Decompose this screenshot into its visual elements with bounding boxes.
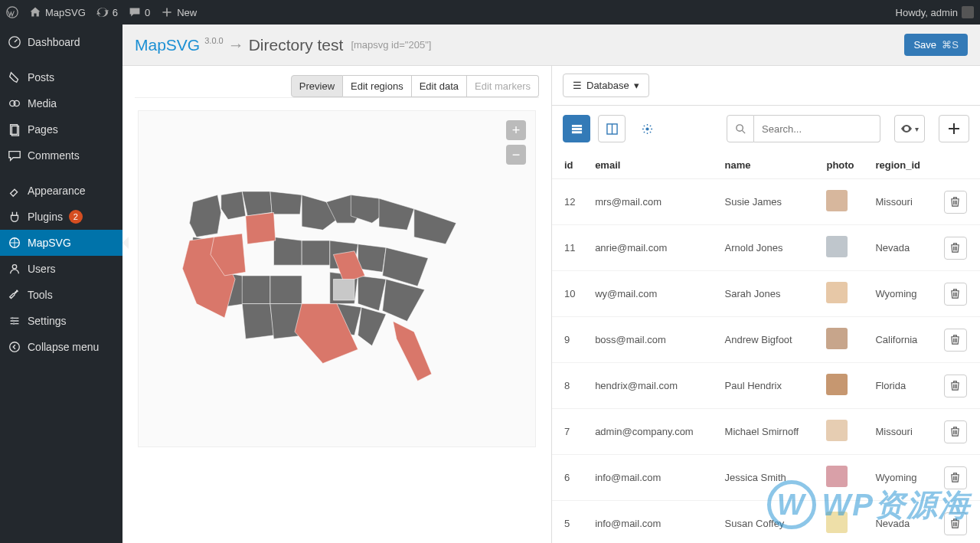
cell-name: Susie James bbox=[717, 179, 819, 225]
comments-link[interactable]: 0 bbox=[129, 6, 150, 18]
breadcrumb-arrow: → bbox=[228, 36, 244, 54]
table-row[interactable]: 12 mrs@mail.com Susie James Missouri bbox=[552, 179, 980, 225]
save-button[interactable]: Save ⌘S bbox=[904, 34, 968, 56]
tab-edit-markers: Edit markers bbox=[467, 75, 539, 97]
sidebar-item-comments[interactable]: Comments bbox=[0, 142, 122, 168]
version-text: 3.0.0 bbox=[204, 36, 223, 45]
data-table: id email name photo region_id 12 mrs@mai… bbox=[552, 152, 980, 543]
region-wyoming bbox=[246, 212, 276, 244]
list-view-button[interactable] bbox=[563, 115, 590, 142]
col-email[interactable]: email bbox=[587, 152, 717, 179]
plugin-update-badge: 2 bbox=[69, 210, 83, 224]
col-id[interactable]: id bbox=[552, 152, 587, 179]
sidebar-item-settings[interactable]: Settings bbox=[0, 308, 122, 334]
delete-row-button[interactable] bbox=[944, 191, 967, 214]
table-row[interactable]: 6 info@mail.com Jessica Smith Wyoming bbox=[552, 455, 980, 501]
svg-line-16 bbox=[742, 130, 745, 133]
zoom-out-button[interactable]: − bbox=[506, 145, 526, 165]
sidebar-item-label: Pages bbox=[28, 123, 58, 136]
new-label: New bbox=[177, 7, 197, 18]
cell-email: admin@company.com bbox=[587, 409, 717, 455]
updates-link[interactable]: 6 bbox=[96, 6, 118, 18]
site-link[interactable]: MapSVG bbox=[29, 6, 86, 18]
cell-region: Wyoming bbox=[867, 455, 936, 501]
caret-down-icon: ▾ bbox=[915, 125, 919, 133]
sidebar-item-label: Posts bbox=[28, 71, 54, 83]
sidebar-item-dashboard[interactable]: Dashboard bbox=[0, 29, 122, 55]
sidebar-item-label: Appearance bbox=[28, 185, 86, 197]
delete-row-button[interactable] bbox=[944, 329, 967, 352]
table-row[interactable]: 9 boss@mail.com Andrew Bigfoot Californi… bbox=[552, 317, 980, 363]
cell-region: Florida bbox=[867, 363, 936, 409]
delete-row-button[interactable] bbox=[944, 512, 967, 535]
cell-region: California bbox=[867, 317, 936, 363]
svg-point-10 bbox=[13, 322, 15, 325]
delete-row-button[interactable] bbox=[944, 237, 967, 260]
table-row[interactable]: 5 info@mail.com Susan Coffey Nevada bbox=[552, 501, 980, 544]
sidebar-item-media[interactable]: Media bbox=[0, 90, 122, 116]
cell-name: Jessica Smith bbox=[717, 455, 819, 501]
svg-point-9 bbox=[15, 320, 18, 322]
sidebar-item-label: Collapse menu bbox=[28, 341, 99, 353]
add-record-button[interactable] bbox=[939, 115, 969, 142]
howdy-link[interactable]: Howdy, admin bbox=[896, 6, 974, 18]
form-view-button[interactable] bbox=[598, 115, 626, 142]
cell-name: Arnold Jones bbox=[717, 225, 819, 271]
delete-row-button[interactable] bbox=[944, 375, 967, 397]
cell-photo bbox=[818, 317, 867, 363]
avatar bbox=[962, 6, 974, 18]
table-row[interactable]: 11 anrie@mail.com Arnold Jones Nevada bbox=[552, 225, 980, 271]
sidebar-item-appearance[interactable]: Appearance bbox=[0, 178, 122, 204]
tab-preview[interactable]: Preview bbox=[291, 75, 343, 97]
cell-email: hendrix@mail.com bbox=[587, 363, 717, 409]
cell-email: boss@mail.com bbox=[587, 317, 717, 363]
wp-logo[interactable] bbox=[6, 6, 18, 18]
cell-id: 7 bbox=[552, 409, 587, 455]
cell-photo bbox=[818, 179, 867, 225]
col-region[interactable]: region_id bbox=[867, 152, 936, 179]
brand-link[interactable]: MapSVG bbox=[135, 36, 200, 54]
comments-count: 0 bbox=[145, 7, 150, 18]
page-header: MapSVG 3.0.0 → Directory test [mapsvg id… bbox=[122, 25, 980, 66]
svg-point-14 bbox=[645, 127, 648, 130]
zoom-in-button[interactable]: + bbox=[506, 120, 526, 140]
sidebar-item-label: Comments bbox=[28, 149, 80, 162]
sidebar-item-plugins[interactable]: Plugins2 bbox=[0, 204, 122, 230]
table-row[interactable]: 10 wy@mail.com Sarah Jones Wyoming bbox=[552, 271, 980, 317]
delete-row-button[interactable] bbox=[944, 420, 967, 443]
sidebar-item-mapsvg[interactable]: MapSVG bbox=[0, 230, 122, 256]
tab-edit-regions[interactable]: Edit regions bbox=[343, 75, 412, 97]
settings-button[interactable] bbox=[633, 115, 661, 142]
search-input[interactable] bbox=[754, 115, 880, 142]
tab-edit-data[interactable]: Edit data bbox=[412, 75, 467, 97]
cell-region: Missouri bbox=[867, 179, 936, 225]
delete-row-button[interactable] bbox=[944, 466, 967, 489]
cell-id: 8 bbox=[552, 363, 587, 409]
col-photo[interactable]: photo bbox=[818, 152, 867, 179]
table-row[interactable]: 8 hendrix@mail.com Paul Hendrix Florida bbox=[552, 363, 980, 409]
database-tab[interactable]: ☰ Database ▾ bbox=[563, 74, 649, 97]
howdy-text: Howdy, admin bbox=[896, 7, 958, 18]
site-name: MapSVG bbox=[45, 7, 86, 18]
visibility-button[interactable]: ▾ bbox=[894, 115, 925, 142]
table-row[interactable]: 7 admin@company.com Michael Smirnoff Mis… bbox=[552, 409, 980, 455]
sidebar-item-pages[interactable]: Pages bbox=[0, 116, 122, 142]
us-map-svg bbox=[168, 174, 505, 384]
sidebar-item-collapse[interactable]: Collapse menu bbox=[0, 334, 122, 360]
col-name[interactable]: name bbox=[717, 152, 819, 179]
cell-region: Missouri bbox=[867, 409, 936, 455]
sidebar-item-users[interactable]: Users bbox=[0, 256, 122, 282]
cell-name: Paul Hendrix bbox=[717, 363, 819, 409]
sidebar-item-label: Tools bbox=[28, 289, 53, 301]
sidebar-item-posts[interactable]: Posts bbox=[0, 64, 122, 90]
cell-email: info@mail.com bbox=[587, 455, 717, 501]
caret-down-icon: ▾ bbox=[634, 80, 639, 91]
new-link[interactable]: New bbox=[161, 6, 197, 18]
search-button[interactable] bbox=[727, 115, 754, 142]
svg-point-15 bbox=[736, 124, 742, 130]
delete-row-button[interactable] bbox=[944, 283, 967, 306]
map-preview[interactable]: + − bbox=[138, 110, 536, 447]
sidebar-item-tools[interactable]: Tools bbox=[0, 282, 122, 308]
cell-name: Susan Coffey bbox=[717, 501, 819, 544]
cell-email: anrie@mail.com bbox=[587, 225, 717, 271]
